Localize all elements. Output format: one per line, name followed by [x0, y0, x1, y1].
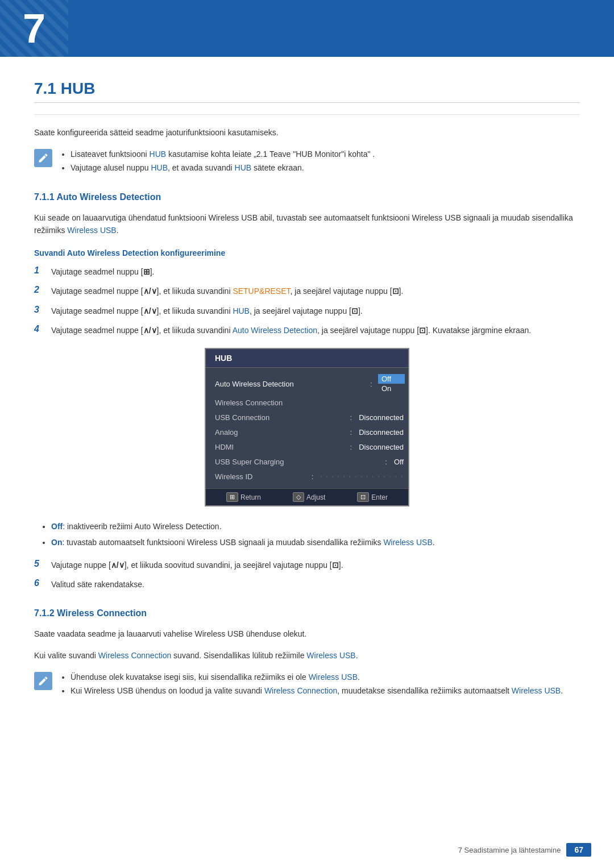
chapter-title: Seadistamine ja lähtestamine: [85, 16, 371, 40]
step-2: 2 Vajutage seadmel nuppe [∧/∨], et liiku…: [34, 285, 580, 297]
section-7-1-2-title: 7.1.2 Wireless Connection: [34, 608, 580, 618]
osd-body: Auto Wireless Detection : Off On Wireles…: [206, 368, 408, 488]
enter-icon: ⊡: [357, 492, 369, 502]
osd-value-wireless-id: · · · · · · · · · · · · · · ·: [316, 472, 408, 481]
note-list-7-1: Lisateavet funktsiooni HUB kasutamise ko…: [59, 148, 375, 175]
divider-7-1: [34, 114, 580, 115]
osd-row-hdmi: HDMI : Disconnected: [206, 439, 408, 454]
step-6: 6 Valitud säte rakendatakse.: [34, 578, 580, 591]
osd-label-wireless-id: Wireless ID: [206, 471, 309, 482]
note-icon-2: [34, 672, 52, 690]
osd-label-usb-charging: USB Super Charging: [206, 456, 383, 467]
osd-label-hdmi: HDMI: [206, 442, 348, 452]
bullet-on: On: tuvastab automaatselt funktsiooni Wi…: [51, 536, 580, 550]
section-7-1-2-body1: Saate vaadata seadme ja lauaarvuti vahel…: [34, 628, 580, 640]
step-1: 1 Vajutage seadmel nuppu [⊞].: [34, 265, 580, 278]
section-7-1-1-title: 7.1.1 Auto Wireless Detection: [34, 192, 580, 202]
section-7-1-2-body2: Kui valite suvandi Wireless Connection s…: [34, 649, 580, 662]
note-item-2: Vajutage alusel nuppu HUB, et avada suva…: [70, 161, 375, 175]
osd-header: HUB: [206, 349, 408, 368]
osd-footer-return: ⊞ Return: [226, 492, 261, 502]
osd-label-usb-conn: USB Connection: [206, 412, 348, 423]
osd-row-usb-conn: USB Connection : Disconnected: [206, 410, 408, 425]
osd-value-usb-conn: Disconnected: [354, 412, 408, 423]
chapter-title-area: Seadistamine ja lähtestamine: [68, 0, 371, 57]
note-box-7-1: Lisateavet funktsiooni HUB kasutamise ko…: [34, 148, 580, 175]
osd-row-analog: Analog : Disconnected: [206, 425, 408, 439]
bullet-list-7-1-1: Off: inaktiveerib režiimi Auto Wireless …: [34, 520, 580, 550]
step-5: 5 Vajutage nuppe [∧/∨], et liikuda soovi…: [34, 559, 580, 571]
step-4: 4 Vajutage seadmel nuppe [∧/∨], et liiku…: [34, 324, 580, 337]
chapter-number: 7: [23, 5, 45, 52]
osd-footer-enter: ⊡ Enter: [357, 492, 388, 502]
note-7-1-2-item-2: Kui Wireless USB ühendus on loodud ja va…: [70, 684, 563, 698]
osd-row-auto-wireless: Auto Wireless Detection : Off On: [206, 372, 408, 395]
config-title: Suvandi Auto Wireless Detection konfigur…: [34, 248, 580, 258]
osd-value-usb-charging: Off: [389, 456, 408, 467]
pencil-icon: [38, 152, 49, 164]
step-6-text: Valitud säte rakendatakse.: [51, 578, 580, 591]
enter-label: Enter: [371, 493, 388, 501]
adjust-icon: ◇: [293, 492, 304, 502]
chapter-header: 7 Seadistamine ja lähtestamine: [0, 0, 614, 57]
steps-list: 1 Vajutage seadmel nuppu [⊞]. 2 Vajutage…: [34, 265, 580, 337]
osd-row-usb-charging: USB Super Charging : Off: [206, 454, 408, 469]
osd-value-hdmi: Disconnected: [354, 442, 408, 452]
osd-value-off: Off: [378, 374, 405, 384]
main-content: 7.1 HUB Saate konfigureerida sätteid sea…: [0, 80, 614, 757]
osd-label-auto-wireless: Auto Wireless Detection: [206, 379, 368, 389]
osd-row-wireless-id: Wireless ID : · · · · · · · · · · · · · …: [206, 469, 408, 484]
osd-footer: ⊞ Return ◇ Adjust ⊡ Enter: [206, 488, 408, 505]
pencil-icon-2: [38, 675, 49, 687]
note-item-1: Lisateavet funktsiooni HUB kasutamise ko…: [70, 148, 375, 161]
adjust-label: Adjust: [306, 493, 325, 501]
osd-value-analog: Disconnected: [354, 427, 408, 438]
note-box-7-1-2: Ühenduse olek kuvatakse isegi siis, kui …: [34, 671, 580, 698]
note-list-7-1-2: Ühenduse olek kuvatakse isegi siis, kui …: [59, 671, 563, 698]
section-7-1-1-body: Kui seade on lauaarvutiga ühendatud funk…: [34, 211, 580, 237]
osd-row-wireless-conn: Wireless Connection: [206, 395, 408, 410]
footer-chapter-label: 7 Seadistamine ja lähtestamine: [458, 846, 561, 854]
osd-container: HUB Auto Wireless Detection : Off On Wir…: [34, 348, 580, 506]
step-3: 3 Vajutage seadmel nuppe [∧/∨], et liiku…: [34, 305, 580, 317]
section-7-1-intro: Saate konfigureerida sätteid seadme jaot…: [34, 126, 580, 139]
chapter-number-box: 7: [0, 0, 68, 57]
note-icon: [34, 149, 52, 167]
osd-label-analog: Analog: [206, 427, 348, 438]
return-label: Return: [240, 493, 261, 501]
osd-footer-adjust: ◇ Adjust: [293, 492, 325, 502]
section-7-1-title: 7.1 HUB: [34, 80, 580, 103]
bullet-off: Off: inaktiveerib režiimi Auto Wireless …: [51, 520, 580, 534]
osd-label-wireless-conn: Wireless Connection: [206, 397, 408, 408]
page-footer: 7 Seadistamine ja lähtestamine 67: [458, 843, 591, 857]
footer-page-number: 67: [566, 843, 591, 857]
steps-list-5-6: 5 Vajutage nuppe [∧/∨], et liikuda soovi…: [34, 559, 580, 591]
return-icon: ⊞: [226, 492, 238, 502]
note-7-1-2-item-1: Ühenduse olek kuvatakse isegi siis, kui …: [70, 671, 563, 684]
osd-menu: HUB Auto Wireless Detection : Off On Wir…: [205, 348, 409, 506]
osd-value-on: On: [378, 384, 405, 393]
